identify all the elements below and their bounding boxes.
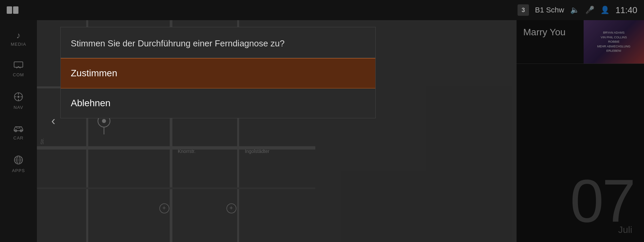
dialog: Stimmen Sie der Durchführung einer Fernd… [60, 27, 376, 118]
dialog-option-ablehnen[interactable]: Ablehnen [61, 88, 375, 118]
back-arrow-button[interactable]: ‹ [50, 111, 57, 131]
dialog-overlay: Stimmen Sie der Durchführung einer Fernd… [0, 0, 644, 242]
dialog-option-zustimmen[interactable]: Zustimmen [61, 58, 375, 88]
dialog-question: Stimmen Sie der Durchführung einer Fernd… [61, 27, 375, 58]
